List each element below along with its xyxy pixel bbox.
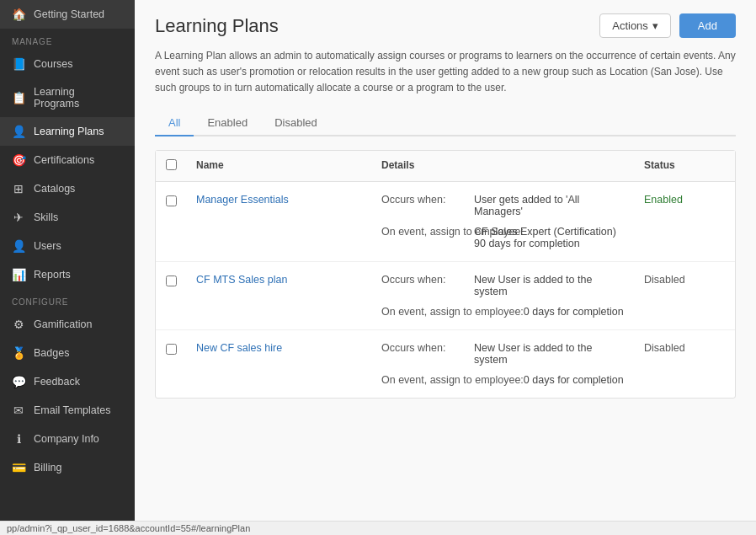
company-info-icon: ℹ	[12, 432, 25, 446]
select-all-checkbox[interactable]	[166, 159, 177, 170]
row1-event-value: CF Sales Expert (Certification) 90 days …	[474, 226, 624, 249]
sidebar-item-feedback[interactable]: 💬 Feedback	[0, 367, 135, 396]
row3-checkbox[interactable]	[166, 344, 177, 355]
sidebar-item-users[interactable]: 👤 Users	[0, 232, 135, 260]
sidebar-item-learning-programs[interactable]: 📋 Learning Programs	[0, 78, 135, 117]
tab-disabled[interactable]: Disabled	[261, 110, 331, 136]
users-icon: 👤	[12, 239, 25, 253]
learning-plans-table: Name Details Status Manager Essentials O…	[155, 150, 736, 399]
row2-event-label: On event, assign to employee:	[381, 306, 524, 318]
row2-occurs-label: Occurs when:	[381, 274, 474, 297]
billing-icon: 💳	[12, 461, 25, 474]
sidebar-item-skills[interactable]: ✈ Skills	[0, 203, 135, 232]
add-button[interactable]: Add	[679, 13, 736, 38]
sidebar-section-configure: CONFIGURE	[0, 289, 135, 310]
col-name: Name	[186, 151, 371, 181]
tab-enabled[interactable]: Enabled	[194, 110, 261, 136]
row2-occurs-value: New User is added to the system	[474, 274, 624, 297]
row2-event-value: 0 days for completion	[524, 306, 624, 318]
row2-details: Occurs when: New User is added to the sy…	[371, 262, 634, 329]
row1-event-label: On event, assign to employee:	[381, 226, 474, 249]
sidebar-item-billing[interactable]: 💳 Billing	[0, 453, 135, 482]
row3-checkbox-cell	[156, 330, 186, 366]
email-templates-icon: ✉	[12, 404, 25, 417]
learning-plans-icon: 👤	[12, 125, 25, 138]
row1-status: Enabled	[634, 182, 735, 217]
row1-name[interactable]: Manager Essentials	[186, 182, 371, 217]
row3-occurs-label: Occurs when:	[381, 342, 474, 366]
row3-event-value: 0 days for completion	[524, 374, 624, 386]
row1-occurs-label: Occurs when:	[381, 194, 474, 217]
row3-details: Occurs when: New User is added to the sy…	[371, 330, 634, 398]
chevron-down-icon: ▾	[652, 19, 658, 32]
header-actions: Actions ▾ Add	[599, 13, 736, 38]
url-bar: pp/admin?i_qp_user_id=1688&accountId=55#…	[0, 521, 756, 535]
table-row: New CF sales hire Occurs when: New User …	[156, 330, 735, 398]
sidebar-item-gamification[interactable]: ⚙ Gamification	[0, 310, 135, 339]
sidebar-item-email-templates[interactable]: ✉ Email Templates	[0, 396, 135, 425]
row2-name[interactable]: CF MTS Sales plan	[186, 262, 371, 297]
col-details: Details	[371, 151, 634, 181]
certifications-icon: 🎯	[12, 153, 25, 167]
sidebar-item-courses[interactable]: 📘 Courses	[0, 50, 135, 78]
row2-status: Disabled	[634, 262, 735, 297]
table-row: Manager Essentials Occurs when: User get…	[156, 182, 735, 262]
main-content: Learning Plans Actions ▾ Add A Learning …	[135, 0, 756, 535]
sidebar-item-learning-plans[interactable]: 👤 Learning Plans	[0, 117, 135, 146]
table-header: Name Details Status	[156, 151, 735, 182]
page-description: A Learning Plan allows an admin to autom…	[155, 48, 736, 97]
catalogs-icon: ⊞	[12, 182, 25, 195]
page-title: Learning Plans	[155, 15, 279, 37]
tabs-bar: All Enabled Disabled	[155, 110, 736, 136]
home-icon: 🏠	[12, 8, 25, 21]
sidebar-section-manage: MANAGE	[0, 29, 135, 50]
sidebar-item-reports[interactable]: 📊 Reports	[0, 260, 135, 289]
learning-programs-icon: 📋	[12, 91, 25, 104]
table-row: CF MTS Sales plan Occurs when: New User …	[156, 262, 735, 330]
row1-occurs-value: User gets added to 'All Managers'	[474, 194, 624, 217]
sidebar-item-certifications[interactable]: 🎯 Certifications	[0, 146, 135, 174]
row3-name[interactable]: New CF sales hire	[186, 330, 371, 366]
page-header: Learning Plans Actions ▾ Add	[135, 0, 756, 48]
row1-checkbox-cell	[156, 182, 186, 218]
skills-icon: ✈	[12, 211, 25, 224]
sidebar-item-company-info[interactable]: ℹ Company Info	[0, 425, 135, 453]
row2-checkbox[interactable]	[166, 276, 177, 286]
row1-checkbox[interactable]	[166, 195, 177, 206]
feedback-icon: 💬	[12, 375, 25, 388]
gamification-icon: ⚙	[12, 318, 25, 331]
reports-icon: 📊	[12, 268, 25, 281]
tab-all[interactable]: All	[155, 110, 194, 136]
row2-checkbox-cell	[156, 262, 186, 298]
badges-icon: 🏅	[12, 346, 25, 360]
row3-event-label: On event, assign to employee:	[381, 374, 524, 386]
row3-occurs-value: New User is added to the system	[474, 342, 624, 366]
sidebar-item-getting-started[interactable]: 🏠 Getting Started	[0, 0, 135, 29]
row3-status: Disabled	[634, 330, 735, 366]
actions-button[interactable]: Actions ▾	[599, 13, 671, 38]
col-checkbox	[156, 151, 186, 181]
col-status: Status	[634, 151, 735, 181]
courses-icon: 📘	[12, 57, 25, 71]
row1-details: Occurs when: User gets added to 'All Man…	[371, 182, 634, 261]
sidebar: 🏠 Getting Started MANAGE 📘 Courses 📋 Lea…	[0, 0, 135, 535]
sidebar-item-catalogs[interactable]: ⊞ Catalogs	[0, 174, 135, 203]
sidebar-item-badges[interactable]: 🏅 Badges	[0, 339, 135, 367]
